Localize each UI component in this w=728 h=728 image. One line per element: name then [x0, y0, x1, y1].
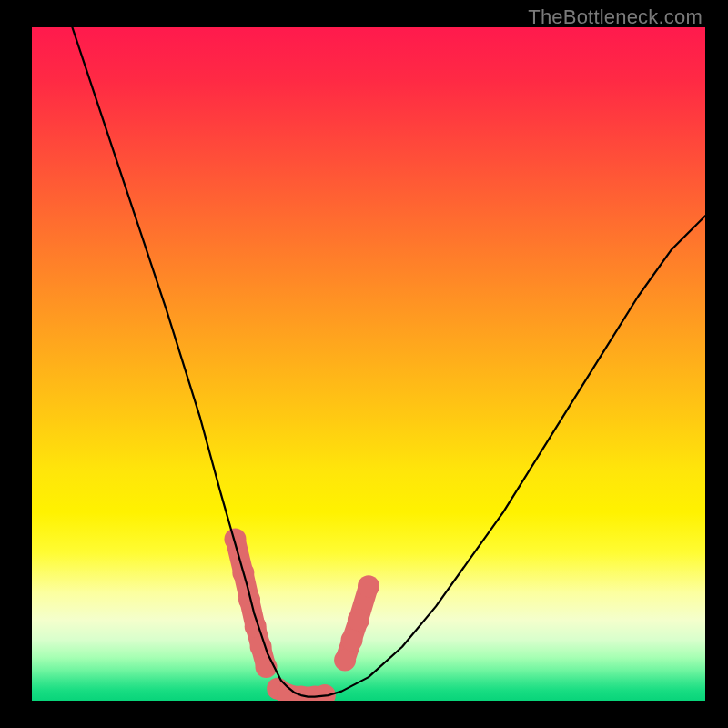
plot-area [32, 27, 705, 701]
watermark-label: TheBottleneck.com [528, 5, 703, 29]
marker-layer [224, 528, 379, 701]
highlight-right-slope-dot [358, 575, 379, 597]
highlight-right-slope-dot [341, 629, 363, 651]
chart-frame: TheBottleneck.com [0, 0, 728, 728]
bottleneck-curve [72, 27, 705, 697]
highlight-right-slope-dot [334, 650, 356, 672]
highlight-right-slope-dot [348, 609, 369, 631]
chart-svg [32, 27, 705, 701]
